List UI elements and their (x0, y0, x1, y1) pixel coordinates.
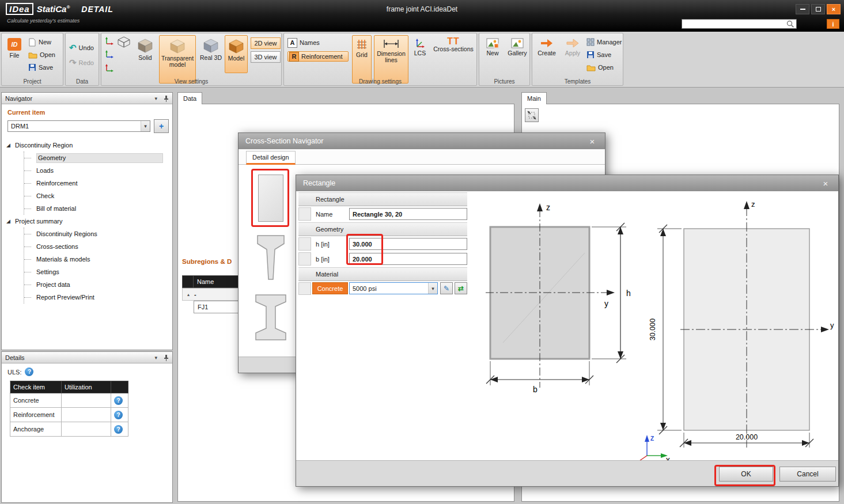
template-open-button[interactable]: Open (586, 62, 614, 73)
tree-node-project-summary[interactable]: ◢ Project summary (6, 215, 170, 228)
section-shape-i[interactable] (252, 291, 289, 343)
tree-node-discontinuity-region[interactable]: ◢ Discontinuity Region (6, 139, 170, 151)
lcs-button[interactable]: LCS (411, 35, 429, 73)
pin-icon[interactable] (163, 95, 169, 102)
cs-navigator-tabstrip: Detail design (239, 149, 605, 165)
axes-tool-icon-3[interactable] (105, 63, 114, 73)
open-button[interactable]: Open (28, 50, 55, 60)
new-file-icon (28, 38, 36, 47)
real-3d-button[interactable]: Real 3D (199, 35, 222, 73)
svg-text:y: y (830, 321, 834, 329)
tree-item-check[interactable]: Check (24, 190, 170, 202)
picture-new-button[interactable]: New (482, 35, 504, 73)
tree-item-loads[interactable]: Loads (24, 164, 170, 177)
template-apply-button[interactable]: Apply (561, 35, 584, 73)
fit-view-button[interactable] (525, 108, 539, 122)
name-field[interactable]: Rectangle 30, 20 (349, 208, 467, 220)
svg-text:h: h (626, 289, 631, 298)
grid-icon (356, 39, 368, 50)
app-name: DETAIL (81, 5, 113, 14)
close-icon: × (832, 6, 835, 13)
tree-item-report-preview-print[interactable]: Report Preview/Print (24, 291, 170, 304)
material-select[interactable]: 5000 psi ▾ (349, 282, 438, 294)
save-button[interactable]: Save (28, 62, 53, 73)
expander-icon[interactable]: ◢ (6, 218, 12, 224)
cube-outline-icon[interactable] (118, 36, 130, 48)
grid-toggle[interactable]: Grid (352, 35, 372, 84)
tab-data[interactable]: Data (177, 92, 202, 104)
tree-item-materials-models[interactable]: Materials & models (24, 253, 170, 266)
member-name-cell[interactable]: FJ1 (194, 301, 239, 313)
template-manager-button[interactable]: Manager (586, 37, 622, 47)
template-save-button[interactable]: Save (586, 50, 611, 60)
tree-item-reinforcement[interactable]: Reinforcement (24, 177, 170, 190)
tree-item-settings[interactable]: Settings (24, 266, 170, 278)
undo-button[interactable]: ↶ Undo (69, 43, 94, 53)
svg-text:b: b (533, 385, 538, 394)
close-icon[interactable]: × (820, 179, 831, 188)
search-box[interactable] (682, 19, 797, 29)
template-create-button[interactable]: Create (535, 35, 559, 73)
collapse-icon[interactable]: ▾ (154, 96, 157, 101)
maximize-button[interactable] (811, 4, 825, 14)
pin-icon[interactable] (163, 354, 169, 361)
solid-cube-icon (137, 38, 153, 53)
tree-item-project-data[interactable]: Project data (24, 278, 170, 291)
file-button[interactable]: ID File (3, 35, 25, 77)
model-button[interactable]: Model (225, 35, 248, 73)
subregions-group-row[interactable]: ▴ - (182, 288, 239, 301)
close-icon[interactable]: × (586, 137, 598, 146)
group-label-drawing: Drawing settings (284, 78, 476, 85)
ribbon-group-data: ↶ Undo ↷ Redo Data (65, 33, 99, 86)
view-3d-button[interactable]: 3D view (251, 51, 281, 63)
axes-tool-icon[interactable] (105, 36, 114, 46)
cross-sections-button[interactable]: TT Cross-sections (432, 35, 475, 73)
group-label-pictures: Pictures (479, 78, 529, 85)
tree-item-cross-sections[interactable]: Cross-sections (24, 240, 170, 253)
search-input[interactable] (682, 20, 786, 28)
expander-icon[interactable]: ◢ (6, 142, 12, 148)
template-open-folder-icon (586, 64, 596, 71)
svg-text:z: z (751, 200, 755, 209)
tree-item-discontinuity-regions[interactable]: Discontinuity Regions (24, 228, 170, 240)
sync-material-button[interactable]: ⇄ (455, 282, 467, 294)
edit-material-button[interactable]: ✎ (440, 282, 453, 294)
collapse-icon[interactable]: ▾ (154, 355, 157, 361)
transparent-model-button[interactable]: Transparent model (159, 35, 196, 84)
new-button[interactable]: New (28, 37, 51, 47)
help-icon[interactable]: ? (114, 425, 123, 434)
reinforcement-r-icon: R (289, 52, 299, 62)
redo-icon: ↷ (69, 59, 77, 67)
cs-navigator-titlebar: Cross-Section Navigator × (239, 133, 605, 149)
subregions-table-header: Name (182, 275, 239, 288)
cancel-button[interactable]: Cancel (779, 467, 836, 482)
add-item-button[interactable]: + (154, 119, 169, 133)
tree-item-geometry[interactable]: Geometry (24, 151, 170, 164)
names-toggle[interactable]: A Names (287, 37, 349, 48)
view-2d-button[interactable]: 2D view (251, 37, 281, 49)
tab-detail-design[interactable]: Detail design (246, 151, 296, 165)
help-icon[interactable]: ? (114, 411, 123, 419)
redo-button[interactable]: ↷ Redo (69, 58, 94, 68)
help-icon[interactable]: ? (114, 396, 123, 405)
column-header-check-item: Check item (10, 381, 62, 393)
cross-sections-icon: TT (447, 38, 460, 44)
gallery-button[interactable]: Gallery (506, 35, 529, 73)
tree-item-bill-of-material[interactable]: Bill of material (24, 202, 170, 215)
current-item-select[interactable]: DRM1 ▾ (7, 120, 150, 132)
file-label: File (10, 52, 20, 59)
axes-tool-icon-2[interactable] (105, 50, 114, 59)
coordinate-triad-icon: Z Y (639, 435, 670, 461)
help-cell: ? (111, 393, 128, 408)
navigator-header: Navigator ▾ (2, 93, 172, 104)
dimension-lines-toggle[interactable]: Dimension lines (374, 35, 408, 84)
reinforcement-toggle[interactable]: R Reinforcement (287, 51, 349, 62)
tab-main[interactable]: Main (521, 92, 547, 104)
info-button[interactable]: i (827, 19, 839, 29)
section-shape-t[interactable] (254, 232, 287, 283)
solid-button[interactable]: Solid (134, 35, 157, 73)
close-button[interactable]: × (827, 4, 841, 14)
uls-help-icon[interactable]: ? (25, 367, 33, 376)
row-expander-icon[interactable]: ▴ (183, 292, 194, 297)
minimize-button[interactable] (796, 4, 809, 14)
